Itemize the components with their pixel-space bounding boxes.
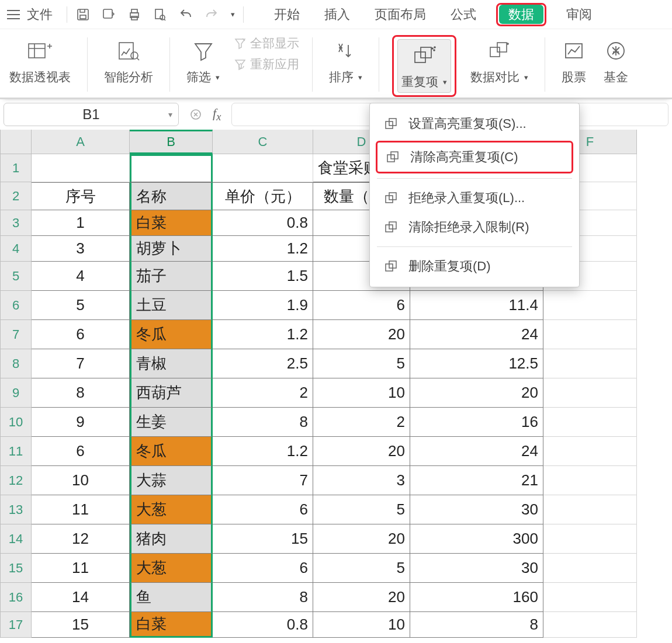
menu-item[interactable]: 删除重复项(D) [370, 252, 579, 281]
cell[interactable]: 30 [410, 495, 543, 524]
tab-insert[interactable]: 插入 [320, 4, 355, 26]
cell[interactable]: 大蒜 [130, 466, 213, 495]
undo-icon[interactable] [178, 7, 193, 22]
save-as-icon[interactable] [101, 7, 116, 22]
row-header[interactable]: 7 [0, 320, 32, 349]
row-header[interactable]: 5 [0, 262, 32, 291]
cell[interactable]: 20 [313, 524, 410, 554]
cell[interactable]: 24 [410, 437, 543, 466]
menu-item[interactable]: 清除高亮重复项(C) [376, 141, 573, 173]
row-header[interactable]: 12 [0, 466, 32, 495]
cell[interactable]: 20 [313, 583, 410, 612]
cell[interactable]: 3 [32, 236, 130, 262]
print-preview-icon[interactable] [153, 7, 168, 22]
cell[interactable]: 1.2 [213, 236, 313, 262]
cell[interactable]: 21 [410, 466, 543, 495]
cell[interactable]: 冬瓜 [130, 437, 213, 466]
cell[interactable]: 4 [32, 262, 130, 291]
cell[interactable]: 2 [313, 408, 410, 437]
select-all-corner[interactable] [0, 130, 32, 154]
smart-analysis-button[interactable]: 智能分析 [101, 35, 157, 88]
cell[interactable] [543, 320, 637, 349]
cell[interactable]: 0.8 [213, 210, 313, 236]
cell[interactable]: 10 [313, 378, 410, 408]
cell[interactable]: 6 [213, 554, 313, 583]
cell[interactable]: 猪肉 [130, 524, 213, 554]
cell[interactable] [543, 437, 637, 466]
cell[interactable]: 6 [313, 291, 410, 320]
row-header[interactable]: 3 [0, 210, 32, 236]
cell[interactable]: 5 [32, 291, 130, 320]
save-icon[interactable] [75, 7, 91, 22]
cell[interactable] [543, 612, 637, 638]
row-header[interactable]: 13 [0, 495, 32, 524]
cell[interactable]: 20 [410, 378, 543, 408]
cell[interactable] [543, 524, 637, 554]
row-header[interactable]: 1 [0, 154, 32, 182]
cell[interactable]: 白菜 [130, 210, 213, 236]
cell[interactable] [543, 291, 637, 320]
hamburger-icon[interactable] [7, 10, 20, 19]
cell[interactable]: 300 [410, 524, 543, 554]
column-header[interactable]: B [130, 130, 213, 154]
cell[interactable]: 7 [213, 466, 313, 495]
cell[interactable] [543, 378, 637, 408]
row-header[interactable]: 11 [0, 437, 32, 466]
cell[interactable]: 10 [313, 612, 410, 638]
tab-layout[interactable]: 页面布局 [370, 4, 431, 26]
cell[interactable]: 8 [213, 583, 313, 612]
data-compare-button[interactable]: 数据对比▾ [467, 35, 532, 88]
cell[interactable]: 2 [213, 378, 313, 408]
cell[interactable]: 11 [32, 495, 130, 524]
cell[interactable]: 大葱 [130, 554, 213, 583]
cell[interactable]: 青椒 [130, 349, 213, 378]
cell[interactable]: 9 [32, 408, 130, 437]
row-header[interactable]: 2 [0, 182, 32, 210]
fund-button[interactable]: 基金 [600, 35, 632, 88]
menu-item[interactable]: 拒绝录入重复项(L)... [370, 183, 579, 213]
menu-item[interactable]: 清除拒绝录入限制(R) [370, 213, 579, 242]
qat-dropdown-icon[interactable]: ▾ [231, 10, 235, 19]
cell[interactable]: 1.5 [213, 262, 313, 291]
tab-data[interactable]: 数据 [499, 5, 543, 24]
print-icon[interactable] [127, 7, 142, 22]
cell[interactable]: 8 [410, 612, 543, 638]
row-header[interactable]: 17 [0, 612, 32, 638]
cell[interactable]: 生姜 [130, 408, 213, 437]
cell[interactable]: 单价（元） [213, 182, 313, 210]
cell[interactable] [130, 154, 213, 182]
cell[interactable]: 16 [410, 408, 543, 437]
row-header[interactable]: 14 [0, 524, 32, 554]
cell[interactable]: 11 [32, 554, 130, 583]
row-header[interactable]: 10 [0, 408, 32, 437]
cell[interactable]: 30 [410, 554, 543, 583]
name-box[interactable]: B1 ▾ [4, 103, 179, 126]
cell[interactable]: 15 [32, 612, 130, 638]
cell[interactable]: 7 [32, 349, 130, 378]
menu-item[interactable]: 设置高亮重复项(S)... [370, 109, 579, 138]
row-header[interactable]: 15 [0, 554, 32, 583]
cell[interactable]: 1.9 [213, 291, 313, 320]
cell[interactable]: 1.2 [213, 437, 313, 466]
cell[interactable]: 茄子 [130, 262, 213, 291]
cell[interactable]: 6 [32, 437, 130, 466]
cell[interactable] [543, 495, 637, 524]
tab-review[interactable]: 审阅 [562, 4, 597, 26]
file-menu[interactable]: 文件 [27, 6, 53, 23]
cell[interactable] [213, 154, 313, 182]
cell[interactable] [32, 154, 130, 182]
cell[interactable]: 5 [313, 554, 410, 583]
cancel-icon[interactable] [189, 108, 202, 121]
cell[interactable]: 土豆 [130, 291, 213, 320]
tab-formula[interactable]: 公式 [446, 4, 481, 26]
cell[interactable]: 12 [32, 524, 130, 554]
cell[interactable]: 西葫芦 [130, 378, 213, 408]
cell[interactable]: 8 [213, 408, 313, 437]
cell[interactable]: 鱼 [130, 583, 213, 612]
sort-button[interactable]: 排序▾ [325, 35, 366, 88]
row-header[interactable]: 16 [0, 583, 32, 612]
cell[interactable]: 1.2 [213, 320, 313, 349]
cell[interactable]: 10 [32, 466, 130, 495]
tab-start[interactable]: 开始 [269, 4, 304, 26]
cell[interactable]: 160 [410, 583, 543, 612]
